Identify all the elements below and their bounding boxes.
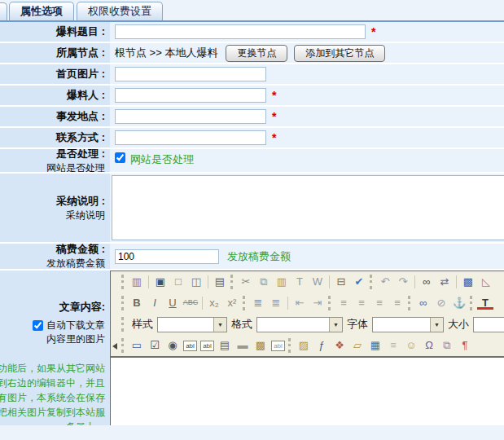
align-justify-icon[interactable]: ≡: [389, 296, 405, 310]
chevron-down-icon[interactable]: ▼: [213, 318, 226, 332]
bold-icon[interactable]: B: [129, 296, 145, 310]
toolbar-grip[interactable]: [230, 275, 233, 289]
fee-input[interactable]: [115, 249, 219, 264]
indent-icon[interactable]: ⇥: [309, 296, 326, 310]
paste-word-icon[interactable]: W: [309, 275, 326, 289]
undo-icon[interactable]: ↶: [377, 275, 393, 289]
toolbar-grip[interactable]: [288, 338, 291, 353]
underline-icon[interactable]: U: [164, 296, 181, 310]
button-icon[interactable]: ▬: [234, 338, 251, 353]
reporter-input[interactable]: [115, 88, 266, 103]
bulleted-list-icon[interactable]: ≣: [268, 296, 284, 310]
align-right-icon[interactable]: ≡: [371, 296, 388, 310]
subscript-icon[interactable]: x₂: [206, 296, 222, 310]
adoption-textarea[interactable]: [112, 175, 504, 240]
contact-input[interactable]: [115, 130, 266, 145]
form-row-adoption: 采纳说明 : 采纳说明: [0, 174, 504, 244]
form-row-fee: 稿费金额 : 发放稿费金额 发放稿费金额: [0, 244, 504, 271]
selection-field-icon[interactable]: ▤: [217, 338, 233, 353]
remove-format-icon[interactable]: ◺: [478, 275, 494, 289]
toolbar-grip[interactable]: [121, 317, 124, 332]
label-cell: 文章内容: 自动下载文章 内容里的图片 功能后，如果从其它网站到右边的编辑器中，…: [0, 271, 110, 425]
toolbar-row-styles: 样式 ▼ 格式 ▼ 字体 ▼ 大小 ▼: [120, 314, 504, 335]
smiley-icon[interactable]: ☺: [403, 338, 419, 353]
radio-icon[interactable]: ◉: [164, 338, 181, 353]
font-select[interactable]: ▼: [372, 317, 444, 332]
color-icon[interactable]: ❖: [331, 338, 348, 353]
align-center-icon[interactable]: ≡: [353, 296, 370, 310]
flash-icon[interactable]: ƒ: [313, 338, 330, 353]
tab-partial[interactable]: [0, 2, 7, 20]
tab-permission-fee[interactable]: 权限收费设置: [77, 2, 163, 20]
processed-checkbox[interactable]: [115, 152, 125, 163]
toolbar-grip[interactable]: [243, 296, 245, 310]
text-color-icon[interactable]: T: [477, 297, 493, 310]
find-icon[interactable]: ∞: [419, 275, 435, 289]
toolbar-grip[interactable]: [121, 338, 124, 353]
cut-icon[interactable]: ✂: [238, 275, 254, 289]
italic-icon[interactable]: I: [147, 296, 163, 310]
unlink-icon[interactable]: ⊘: [433, 296, 449, 310]
align-left-icon[interactable]: ≡: [335, 296, 352, 310]
save-icon[interactable]: ▣: [152, 275, 169, 289]
superscript-icon[interactable]: x²: [224, 296, 240, 310]
form-row-reporter: 爆料人 : *: [0, 86, 504, 107]
toolbar-grip[interactable]: [328, 296, 331, 310]
numbered-list-icon[interactable]: ≣: [250, 296, 266, 310]
preview-icon[interactable]: ◫: [188, 275, 204, 289]
textarea-icon[interactable]: abl: [200, 341, 214, 351]
title-input[interactable]: [115, 24, 366, 39]
replace-icon[interactable]: ⇄: [436, 275, 453, 289]
form-row-title: 爆料题目 : *: [0, 22, 504, 43]
select-all-icon[interactable]: ▩: [460, 275, 476, 289]
home-image-input[interactable]: [115, 67, 266, 81]
image-button-icon[interactable]: ▩: [252, 338, 269, 353]
rule-icon[interactable]: ≡: [385, 338, 401, 353]
placeholder-icon[interactable]: ¶: [457, 338, 473, 353]
toolbar-grip[interactable]: [470, 296, 472, 310]
note-line: 务器上。: [0, 420, 105, 425]
size-select[interactable]: ▼: [473, 317, 504, 332]
add-to-other-node-button[interactable]: 添加到其它节点: [294, 45, 385, 62]
file-icon[interactable]: ▱: [349, 338, 366, 353]
toolbar-grip[interactable]: [121, 275, 124, 289]
change-node-button[interactable]: 更换节点: [226, 45, 287, 62]
processed-label: 是否处理 :: [56, 149, 105, 161]
chevron-down-icon[interactable]: ▼: [430, 318, 443, 332]
templates-icon[interactable]: ▤: [212, 275, 228, 289]
toolbar-grip[interactable]: [408, 296, 410, 310]
editor-content-area[interactable]: [111, 356, 504, 425]
new-page-icon[interactable]: □: [170, 275, 186, 289]
collapse-toolbar-arrow-icon[interactable]: [112, 343, 117, 350]
print-icon[interactable]: ⊟: [333, 275, 349, 289]
chevron-down-icon[interactable]: ▼: [329, 318, 342, 332]
anchor-icon[interactable]: ⚓: [451, 296, 467, 310]
text-field-icon[interactable]: abl: [183, 341, 197, 351]
copy-icon[interactable]: ⧉: [256, 275, 272, 289]
toolbar-grip[interactable]: [121, 296, 124, 310]
hidden-field-icon[interactable]: abl: [271, 341, 285, 351]
special-char-icon[interactable]: Ω: [421, 338, 437, 353]
checkbox-icon[interactable]: ☑: [147, 338, 163, 353]
paste-text-icon[interactable]: T: [291, 275, 308, 289]
paste-icon[interactable]: ▥: [274, 275, 290, 289]
page-break-icon[interactable]: ⧉: [439, 338, 455, 353]
redo-icon[interactable]: ↷: [395, 275, 411, 289]
form-icon[interactable]: ▭: [129, 338, 145, 353]
toolbar-grip[interactable]: [370, 275, 372, 289]
size-dropdown-label: 大小: [448, 317, 469, 332]
image-icon[interactable]: ▨: [296, 338, 312, 353]
label-cell: 联系方式 :: [0, 128, 110, 147]
auto-download-images-checkbox[interactable]: [33, 320, 43, 331]
link-icon[interactable]: ∞: [415, 296, 432, 310]
table-icon[interactable]: ▦: [367, 338, 383, 353]
strikethrough-icon[interactable]: ABC: [182, 296, 199, 310]
source-icon[interactable]: ▥: [129, 275, 145, 289]
format-select[interactable]: ▼: [256, 317, 343, 332]
outdent-icon[interactable]: ⇤: [291, 296, 308, 310]
tab-properties[interactable]: 属性选项: [9, 2, 74, 20]
spellcheck-icon[interactable]: ✔: [351, 275, 367, 289]
note-line: 把相关图片复制到本站服: [0, 405, 105, 420]
style-select[interactable]: ▼: [157, 317, 227, 332]
location-input[interactable]: [115, 109, 266, 124]
